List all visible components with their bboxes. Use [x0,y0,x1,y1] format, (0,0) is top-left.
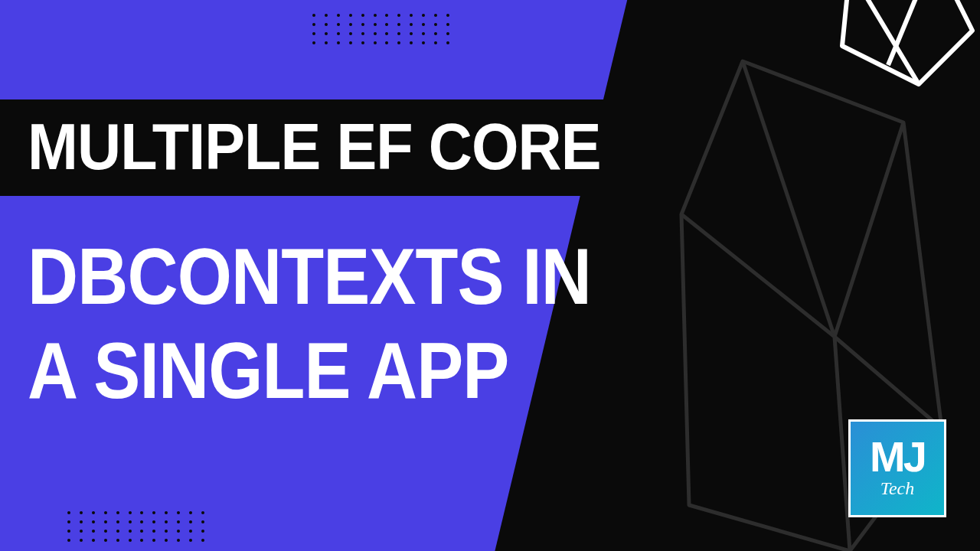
logo-initials: MJ [870,438,925,476]
subtitle-line-1: DBCONTEXTS IN [28,230,591,324]
mj-tech-logo: MJ Tech [848,419,946,517]
dot-pattern-top [312,14,450,44]
dot-pattern-bottom [67,511,205,542]
title-box: MULTIPLE EF CORE [0,99,678,196]
title-line-1: MULTIPLE EF CORE [28,113,601,179]
subtitle: DBCONTEXTS IN A SINGLE APP [28,230,668,417]
subtitle-line-2: A SINGLE APP [28,324,591,418]
logo-label: Tech [880,478,914,499]
